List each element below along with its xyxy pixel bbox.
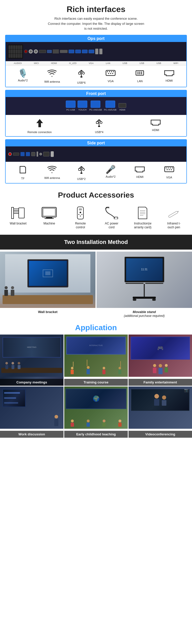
front-port-hardware: PC-USB TOUCH PC-AN/USB PC-AN/USB [6,97,186,115]
wifi-antenna-icon-item: Wifi antenna [43,69,61,83]
svg-point-55 [80,212,81,213]
video-photo: 📷 [129,387,192,429]
person-2 [11,362,14,369]
installation-title: Two Installation Method [3,239,189,245]
side-rca [8,152,12,156]
wheel-right [152,299,156,301]
rich-interfaces-section: Rich interfaces Rich interfaces can easi… [0,0,192,186]
svg-point-9 [111,71,112,72]
usb-port-3 [82,50,88,53]
side-usb-icon-item: USB*2 [72,165,90,180]
vga-icon [105,69,116,78]
family-photo: 🎮 [129,335,192,377]
side-audio-label: Audio*2 [106,175,116,178]
svg-rect-14 [136,71,144,75]
head-4 [119,367,121,369]
hdmi-icon-item: HDMI [160,69,178,82]
video-person-1 [154,394,159,406]
svg-rect-54 [79,208,82,210]
head-1 [71,367,73,369]
side-vga-icon-item: VGA [160,165,178,179]
movable-stand-photo: 11:31 [97,252,192,308]
app-family-entertainment: 🎮 [129,335,192,386]
family-person-1 [153,364,156,374]
usb4-icon [95,119,103,129]
ops-port-icons: 🎙️ Audio*2 Wifi antenna [6,66,186,87]
pc-usb-port [66,101,76,108]
company-meetings-caption: Company meetings [0,379,63,386]
company-screen: MEETING [3,337,61,358]
child-3 [102,367,105,374]
front-connectors: PC-USB TOUCH PC-AN/USB PC-AN/USB [66,101,126,111]
svg-rect-3 [79,72,81,74]
seated-child-2 [87,420,90,427]
body-3 [102,370,105,374]
side-port-icons: TF Wifi antenna [6,162,186,183]
remote-label: Remotecontrol [75,222,86,230]
svg-point-27 [100,122,102,124]
svg-marker-29 [151,120,160,125]
svg-point-13 [112,73,113,74]
vga-port [53,49,59,53]
side-vga-label: VGA [166,176,172,179]
ops-port-header: Ops port [6,35,186,42]
app-videoconferencing: 📷 Videoconferencing [129,387,192,438]
work-screen-content [3,390,25,406]
side-vga-icon [164,165,174,174]
side-tf [31,152,35,156]
side-wifi-icon-item: Wifi antenna [43,165,61,179]
remote-connection-item: Remote connection [27,119,52,134]
pc-an-usb-port [91,101,100,108]
usb4-label: USB*4 [95,131,103,134]
stand-tv-display: 11:31 [124,257,164,282]
family-entertainment-caption: Family entertainment [129,379,192,386]
touch-pen-icon [167,206,180,220]
lan-label: LAN [137,80,143,83]
machine-label: Machine [44,222,55,226]
usb6-label: USB*6 [77,81,86,84]
hdmi-icon [164,69,175,78]
usb6-icon-item: USB*6 [72,69,90,84]
svg-rect-59 [114,217,118,219]
hdmi-port [39,50,46,53]
app-work-discussion: Work discussion [0,387,63,438]
tf-icon-item: TF [14,165,32,180]
accessory-wall-bracket: Wall bracket [4,206,32,226]
wheel-left [133,299,136,301]
svg-rect-52 [45,218,54,219]
side-wifi-label: Wifi antenna [44,176,60,179]
instruction-icon [137,206,148,220]
side-audio-icon-item: 🎤 Audio*2 [102,165,120,178]
person-1 [5,362,8,369]
side-hdmi-icon [134,165,145,174]
lan-icon-item: LAN [131,69,149,83]
led-port [47,50,52,53]
classroom-board: 🌍 [66,389,126,409]
side-port-header: Side port [6,140,186,146]
arrow-up-icon [36,119,44,129]
wall-bracket-install: Wall bracket [0,252,95,320]
install-photos-container: Wall bracket 11:31 [0,252,192,320]
child-4 [118,361,121,374]
svg-rect-49 [42,207,56,217]
side-hdmi-icon-item: HDMI [131,165,149,178]
company-meetings-photo: MEETING [0,335,63,377]
microphone-icon: 🎙️ [18,69,28,77]
side-hdmi [13,153,19,156]
side-hdmi-label: HDMI [136,175,143,178]
seated-child-4 [118,420,122,427]
svg-point-11 [108,73,109,74]
application-section: Application MEETING [0,320,192,438]
early-photo: 🌍 [64,387,128,429]
side-wifi-ant [51,151,54,157]
wall-bracket-install-label: Wall bracket [0,308,95,316]
svg-point-4 [82,72,84,74]
training-board: INTERACTIVE [66,337,126,355]
front-port-icons: Remote connection USB*4 [6,115,186,136]
wifi-antenna-label: Wifi antenna [44,80,60,83]
stand-shelf-right [145,283,163,284]
application-title: Application [0,323,192,332]
side-mic-icon: 🎤 [105,165,116,174]
usb-port-4 [89,50,94,53]
svg-rect-46 [14,209,19,210]
